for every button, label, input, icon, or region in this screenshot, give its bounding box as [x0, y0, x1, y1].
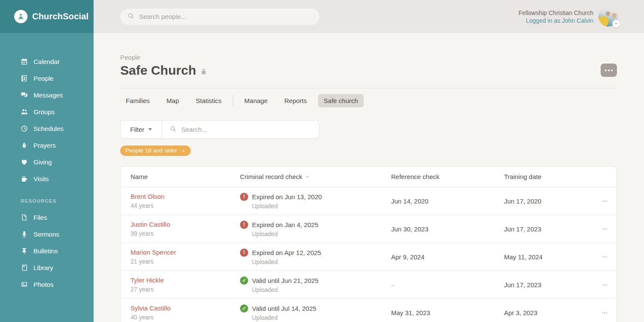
- filter-chip-label: People 18 and older: [125, 147, 177, 154]
- reference-check-cell: Jun 30, 2023: [391, 225, 504, 233]
- criminal-record-status-text: Expired on Apr 12, 2025: [252, 249, 321, 256]
- column-header-criminal-record-check[interactable]: Criminal record check: [240, 173, 391, 180]
- table-search[interactable]: [162, 121, 319, 138]
- sidebar-item-prayers[interactable]: Prayers: [0, 137, 94, 154]
- training-date-cell: Jun 17, 2023: [504, 225, 589, 233]
- sidebar-item-photos[interactable]: Photos: [0, 276, 94, 293]
- column-header-training-date[interactable]: Training date: [504, 173, 589, 180]
- ellipsis-icon: [601, 310, 608, 316]
- search-icon: [128, 12, 134, 21]
- sidebar-nav-resources: FilesSermonsBulletinsLibraryPhotos: [0, 209, 94, 293]
- app-logo[interactable]: ChurchSocial: [0, 0, 94, 33]
- page-title: Safe Church: [120, 63, 196, 78]
- row-menu-button[interactable]: [600, 280, 610, 290]
- filter-button-label: Filter: [130, 126, 144, 133]
- sidebar-item-messages[interactable]: Messages: [0, 87, 94, 103]
- person-link[interactable]: Brent Olson: [131, 193, 164, 200]
- person-link[interactable]: Sylvia Castillo: [131, 304, 170, 312]
- criminal-record-uploaded-text: Uploaded: [252, 314, 391, 321]
- schedules-icon: [21, 125, 28, 132]
- people-icon: [21, 75, 28, 82]
- reference-check-cell: May 31, 2023: [391, 309, 504, 316]
- user-avatar[interactable]: [598, 7, 618, 27]
- column-header-label: Criminal record check: [240, 173, 302, 180]
- filter-bar: Filter: [120, 120, 319, 139]
- ellipsis-icon: [601, 226, 608, 232]
- filter-button[interactable]: Filter: [121, 121, 162, 138]
- sidebar-item-library[interactable]: Library: [0, 259, 94, 276]
- sidebar-item-label: Messages: [33, 91, 63, 99]
- criminal-record-status-text: Valid until Jul 14, 2025: [252, 305, 316, 312]
- sidebar-item-people[interactable]: People: [0, 70, 94, 87]
- check-circle-icon: ✓: [240, 304, 248, 313]
- table-row: Sylvia Castillo40 years✓Valid until Jul …: [121, 299, 617, 322]
- column-header-name[interactable]: Name: [131, 173, 240, 180]
- table-search-input[interactable]: [181, 126, 311, 133]
- giving-icon: [21, 158, 28, 166]
- tab-reports[interactable]: Reports: [279, 94, 313, 107]
- tab-families[interactable]: Families: [120, 94, 155, 107]
- sidebar-item-sermons[interactable]: Sermons: [0, 226, 94, 243]
- sidebar-nav-main: CalendarPeopleMessagesGroupsSchedulesPra…: [0, 53, 94, 187]
- sidebar-item-label: Visits: [33, 175, 49, 182]
- criminal-record-cell: !Expired on Apr 12, 2025Uploaded: [240, 249, 391, 265]
- sidebar-item-groups[interactable]: Groups: [0, 103, 94, 120]
- row-menu-button[interactable]: [600, 308, 610, 318]
- reference-check-cell: Jun 14, 2020: [391, 197, 504, 205]
- row-menu-button[interactable]: [600, 196, 610, 206]
- person-link[interactable]: Justin Castillo: [131, 221, 170, 228]
- criminal-record-cell: !Expired on Jan 4, 2025Uploaded: [240, 221, 391, 237]
- sidebar-item-label: Groups: [33, 108, 55, 115]
- column-header-label: Reference check: [391, 173, 440, 180]
- person-age: 21 years: [131, 258, 240, 265]
- row-menu-button[interactable]: [600, 224, 610, 234]
- sidebar-item-visits[interactable]: Visits: [0, 170, 94, 187]
- tab-safe-church[interactable]: Safe church: [318, 94, 364, 107]
- sidebar-item-schedules[interactable]: Schedules: [0, 120, 94, 137]
- sidebar-item-bulletins[interactable]: Bulletins: [0, 243, 94, 259]
- page-actions-button[interactable]: [601, 64, 617, 77]
- ellipsis-icon: [601, 254, 608, 260]
- global-search-input[interactable]: [139, 13, 312, 20]
- sidebar-item-calendar[interactable]: Calendar: [0, 53, 94, 70]
- people-table: NameCriminal record checkReference check…: [120, 166, 617, 322]
- row-menu-button[interactable]: [600, 252, 610, 262]
- tab-manage[interactable]: Manage: [239, 94, 273, 107]
- criminal-record-uploaded-text: Uploaded: [252, 231, 391, 237]
- person-age: 39 years: [131, 230, 240, 237]
- logged-in-link[interactable]: Logged in as John Calvin: [519, 17, 593, 24]
- criminal-record-cell: ✓Valid until Jun 21, 2025Uploaded: [240, 276, 391, 293]
- person-link[interactable]: Marion Spencer: [131, 249, 176, 256]
- app-name: ChurchSocial: [32, 12, 88, 21]
- churchsocial-logo-icon: [14, 10, 27, 23]
- column-header-reference-check[interactable]: Reference check: [391, 173, 504, 180]
- training-date-cell: May 11, 2024: [504, 253, 589, 261]
- tab-statistics[interactable]: Statistics: [190, 94, 227, 107]
- page-header: People Safe Church: [120, 54, 617, 78]
- criminal-record-uploaded-text: Uploaded: [252, 203, 391, 210]
- name-cell: Brent Olson44 years: [131, 193, 240, 209]
- sidebar-item-label: Giving: [33, 158, 52, 166]
- sermons-icon: [21, 231, 28, 238]
- sidebar-item-giving[interactable]: Giving: [0, 154, 94, 170]
- name-cell: Sylvia Castillo40 years: [131, 304, 240, 321]
- tab-map[interactable]: Map: [161, 94, 185, 107]
- page-content: People Safe Church FamiliesMapStatistics…: [94, 33, 644, 322]
- app-root: ChurchSocial CalendarPeopleMessagesGroup…: [0, 0, 644, 322]
- global-search[interactable]: [120, 9, 319, 25]
- name-cell: Justin Castillo39 years: [131, 221, 240, 237]
- sidebar-item-label: Sermons: [33, 231, 59, 238]
- table-row: Tyler Hickle27 years✓Valid until Jun 21,…: [121, 271, 617, 299]
- remove-filter-icon[interactable]: [181, 149, 185, 153]
- person-age: 27 years: [131, 286, 240, 293]
- training-date-cell: Apr 3, 2023: [504, 309, 589, 316]
- tabs: FamiliesMapStatisticsManageReportsSafe c…: [120, 94, 617, 107]
- exclamation-circle-icon: !: [240, 193, 248, 201]
- table-row: Marion Spencer21 years!Expired on Apr 12…: [121, 243, 617, 271]
- photos-icon: [21, 281, 28, 288]
- sidebar-item-files[interactable]: Files: [0, 209, 94, 226]
- person-link[interactable]: Tyler Hickle: [131, 276, 164, 284]
- exclamation-circle-icon: !: [240, 221, 248, 229]
- lock-icon: [200, 63, 207, 78]
- table-row: Brent Olson44 years!Expired on Jun 13, 2…: [121, 187, 617, 215]
